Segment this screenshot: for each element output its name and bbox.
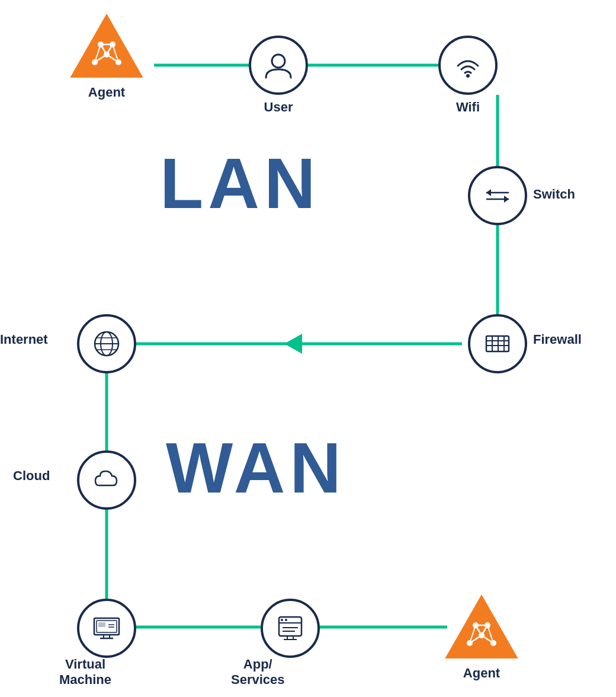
- agent-top-icon: [68, 12, 145, 80]
- internet-node: [77, 314, 136, 373]
- cloud-node: [77, 450, 136, 510]
- wifi-icon: [452, 49, 484, 81]
- firewall-label: Firewall: [533, 332, 582, 347]
- cloud-icon: [91, 464, 123, 496]
- svg-rect-46: [98, 622, 105, 627]
- switch-label-container: Switch: [533, 187, 575, 202]
- agent-top-label: Agent: [88, 85, 125, 100]
- svg-marker-29: [504, 196, 509, 203]
- app-services-node: [261, 599, 320, 658]
- internet-icon: [91, 328, 123, 360]
- wifi-node: Wifi: [438, 36, 498, 115]
- svg-marker-58: [446, 596, 517, 658]
- agent-bottom-node: Agent: [443, 593, 520, 681]
- internet-label: Internet: [0, 332, 48, 347]
- agent-top-node: Agent: [68, 12, 145, 100]
- internet-label-container: Internet: [0, 332, 48, 347]
- svg-marker-27: [486, 189, 491, 196]
- switch-label: Switch: [533, 187, 575, 202]
- virtual-machine-label-container: VirtualMachine: [59, 657, 111, 688]
- switch-node: [468, 166, 527, 225]
- user-node: User: [249, 36, 308, 115]
- firewall-icon: [482, 328, 514, 360]
- svg-point-52: [285, 619, 287, 621]
- virtual-machine-icon: [91, 612, 123, 644]
- virtual-machine-label: VirtualMachine: [59, 657, 111, 687]
- svg-point-24: [272, 55, 285, 68]
- agent-bottom-icon: [443, 593, 520, 661]
- firewall-node: [468, 314, 527, 373]
- cloud-label-container: Cloud: [13, 468, 50, 484]
- firewall-label-container: Firewall: [533, 332, 582, 347]
- network-diagram: LAN WAN: [0, 0, 616, 697]
- app-services-label-container: App/Services: [231, 657, 285, 688]
- cloud-label: Cloud: [13, 468, 50, 483]
- agent-bottom-label: Agent: [463, 666, 500, 681]
- app-services-icon: [274, 612, 306, 644]
- svg-marker-5: [284, 334, 302, 354]
- virtual-machine-node: [77, 599, 136, 658]
- svg-point-51: [281, 619, 283, 621]
- switch-icon: [482, 180, 514, 212]
- user-icon: [262, 49, 294, 81]
- app-services-label: App/Services: [231, 657, 285, 687]
- wifi-label: Wifi: [456, 100, 480, 115]
- user-label: User: [264, 100, 293, 115]
- svg-marker-11: [71, 15, 142, 77]
- svg-point-25: [466, 74, 470, 78]
